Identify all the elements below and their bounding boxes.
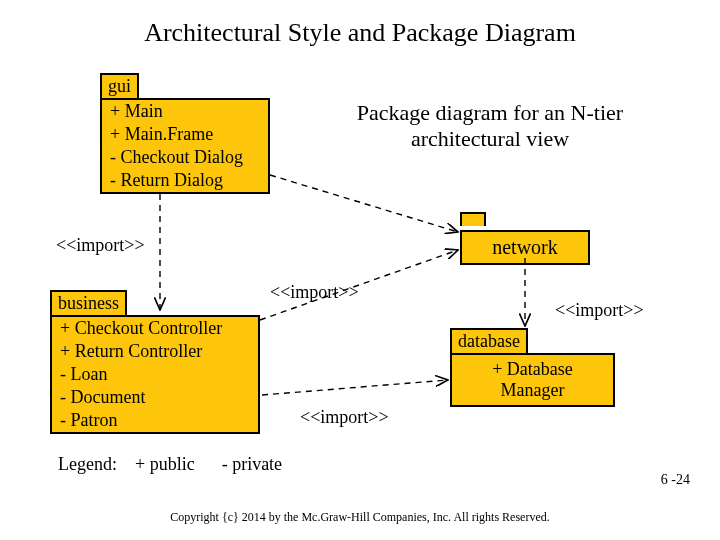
package-gui: gui + Main + Main.Frame - Checkout Dialo…: [100, 73, 270, 194]
package-business-item: + Return Controller: [52, 340, 258, 363]
package-database: database + Database Manager: [450, 328, 615, 407]
caption-line: Package diagram for an N-tier: [340, 100, 640, 126]
package-network: network: [460, 212, 590, 265]
package-gui-item: - Checkout Dialog: [102, 146, 268, 169]
package-business-item: - Document: [52, 386, 258, 409]
stereotype-import: <<import>>: [56, 235, 145, 256]
package-database-item: Manager: [458, 380, 607, 401]
legend-label: Legend:: [58, 454, 117, 474]
package-business-item: + Checkout Controller: [52, 317, 258, 340]
package-gui-body: + Main + Main.Frame - Checkout Dialog - …: [100, 98, 270, 194]
diagram-canvas: gui + Main + Main.Frame - Checkout Dialo…: [0, 0, 720, 540]
legend-public: + public: [135, 454, 195, 474]
svg-line-3: [262, 380, 448, 395]
package-business-body: + Checkout Controller + Return Controlle…: [50, 315, 260, 434]
package-gui-item: + Main.Frame: [102, 123, 268, 146]
package-database-body: + Database Manager: [450, 353, 615, 407]
stereotype-import: <<import>>: [555, 300, 644, 321]
package-gui-item: - Return Dialog: [102, 169, 268, 192]
svg-line-1: [270, 175, 458, 232]
package-gui-tab: gui: [100, 73, 139, 98]
slide-number: 6 -24: [661, 472, 690, 488]
stereotype-import: <<import>>: [300, 407, 389, 428]
package-gui-item: + Main: [102, 100, 268, 123]
stereotype-import: <<import>>: [270, 282, 359, 303]
diagram-caption: Package diagram for an N-tier architectu…: [340, 100, 640, 152]
package-business-tab: business: [50, 290, 127, 315]
package-network-label: network: [492, 236, 558, 258]
package-database-tab: database: [450, 328, 528, 353]
package-network-tab: [460, 212, 486, 226]
package-business-item: - Loan: [52, 363, 258, 386]
caption-line: architectural view: [340, 126, 640, 152]
package-business-item: - Patron: [52, 409, 258, 432]
package-business: business + Checkout Controller + Return …: [50, 290, 260, 434]
copyright: Copyright {c} 2014 by the Mc.Graw-Hill C…: [0, 510, 720, 525]
legend: Legend: + public - private: [58, 454, 282, 475]
legend-private: - private: [222, 454, 282, 474]
package-database-item: + Database: [458, 359, 607, 380]
package-network-body: network: [460, 230, 590, 265]
